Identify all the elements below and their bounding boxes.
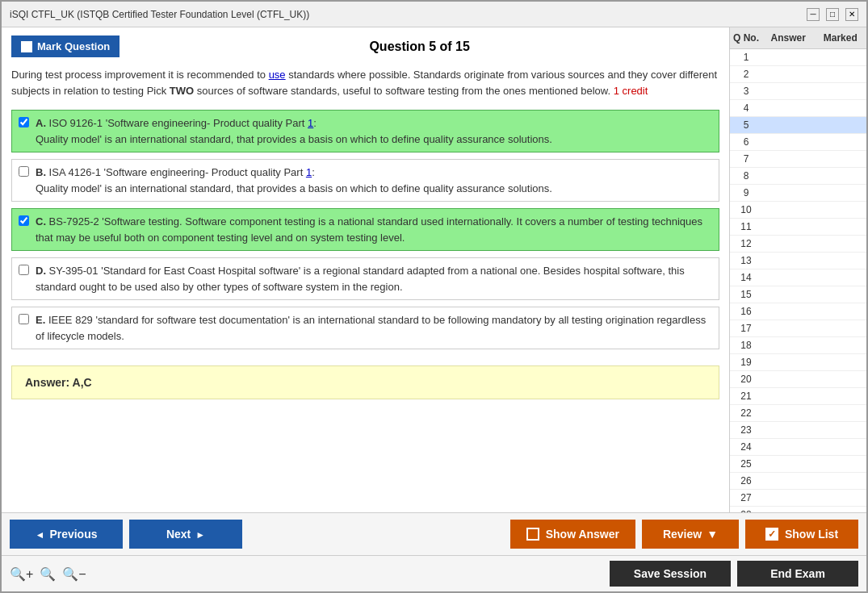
maximize-button[interactable]: □: [826, 8, 839, 21]
option-e-checkbox[interactable]: [19, 314, 29, 324]
question-list[interactable]: 1 2 3 4 5 6 7 8: [730, 49, 866, 512]
save-session-button[interactable]: Save Session: [610, 561, 731, 587]
minimize-button[interactable]: ─: [807, 8, 820, 21]
q-marked-cell: [815, 388, 867, 404]
option-c-checkbox[interactable]: [19, 215, 29, 226]
q-marked-cell: [815, 151, 867, 167]
q-answer-cell: [762, 49, 815, 65]
q-answer-cell: [762, 168, 815, 184]
q-answer-cell: [762, 371, 815, 387]
list-item[interactable]: 22: [730, 405, 866, 422]
end-exam-label: End Exam: [770, 567, 825, 580]
list-item[interactable]: 3: [730, 83, 866, 100]
question-title: Question 5 of 15: [120, 40, 719, 54]
list-item[interactable]: 8: [730, 168, 866, 185]
list-item[interactable]: 28: [730, 507, 866, 512]
q-num-cell: 14: [730, 269, 762, 286]
zoom-in-button[interactable]: 🔍+: [10, 566, 33, 582]
list-item[interactable]: 12: [730, 236, 866, 253]
left-panel: Mark Question Question 5 of 15 During te…: [2, 27, 729, 512]
previous-button[interactable]: Previous: [10, 520, 123, 549]
q-num-cell: 26: [730, 473, 762, 489]
mark-question-button[interactable]: Mark Question: [11, 35, 120, 57]
q-num-cell: 16: [730, 303, 762, 319]
q-marked-cell: [815, 320, 867, 336]
mark-question-label: Mark Question: [37, 40, 110, 52]
q-num-cell: 22: [730, 405, 762, 421]
list-item[interactable]: 14: [730, 269, 866, 286]
list-item[interactable]: 15: [730, 286, 866, 303]
q-marked-cell: [815, 83, 867, 99]
q-num-cell: 18: [730, 337, 762, 353]
q-num-cell: 1: [730, 49, 762, 65]
q-answer-cell: [762, 473, 815, 489]
option-d-checkbox[interactable]: [19, 265, 29, 275]
q-marked-cell: [815, 269, 867, 286]
list-item[interactable]: 19: [730, 354, 866, 371]
q-answer-cell: [762, 286, 815, 303]
list-item[interactable]: 27: [730, 490, 866, 507]
q-answer-cell: [762, 354, 815, 370]
q-marked-cell: [815, 439, 867, 455]
show-answer-button[interactable]: Show Answer: [510, 520, 635, 549]
q-answer-cell: [762, 134, 815, 150]
list-item[interactable]: 13: [730, 253, 866, 269]
list-item[interactable]: 23: [730, 422, 866, 439]
q-num-cell: 28: [730, 507, 762, 512]
q-answer-cell: [762, 388, 815, 404]
q-marked-cell: [815, 168, 867, 184]
q-marked-cell: [815, 490, 867, 506]
show-list-label: Show List: [785, 528, 838, 541]
list-item[interactable]: 21: [730, 388, 866, 405]
list-item[interactable]: 18: [730, 337, 866, 354]
option-d-text: D. SY-395-01 'Standard for East Coast Ho…: [36, 263, 712, 294]
list-item[interactable]: 16: [730, 303, 866, 320]
show-list-button[interactable]: ✓ Show List: [745, 520, 858, 549]
next-button[interactable]: Next: [129, 520, 242, 549]
q-num-cell: 5: [730, 117, 762, 133]
list-item[interactable]: 20: [730, 371, 866, 388]
end-exam-button[interactable]: End Exam: [737, 561, 858, 587]
option-b[interactable]: B. ISA 4126-1 'Software engineering- Pro…: [11, 159, 719, 202]
show-answer-label: Show Answer: [546, 528, 619, 541]
list-item[interactable]: 2: [730, 66, 866, 83]
q-marked-cell: [815, 371, 867, 387]
show-list-check-icon: ✓: [765, 528, 778, 541]
list-item[interactable]: 5: [730, 117, 866, 134]
list-item[interactable]: 7: [730, 151, 866, 168]
option-a-checkbox[interactable]: [19, 117, 29, 127]
q-answer-cell: [762, 185, 815, 201]
title-bar: iSQI CTFL_UK (ISTQB Certified Tester Fou…: [2, 2, 866, 27]
show-answer-icon: [526, 528, 539, 541]
q-marked-cell: [815, 202, 867, 218]
list-item[interactable]: 6: [730, 134, 866, 151]
q-num-cell: 13: [730, 253, 762, 269]
list-item[interactable]: 10: [730, 202, 866, 219]
option-b-checkbox[interactable]: [19, 166, 29, 177]
q-answer-cell: [762, 151, 815, 167]
q-answer-cell: [762, 337, 815, 353]
q-answer-cell: [762, 117, 815, 133]
list-item[interactable]: 17: [730, 320, 866, 337]
option-e[interactable]: E. IEEE 829 'standard for software test …: [11, 307, 719, 349]
review-button[interactable]: Review ▼: [642, 520, 739, 549]
option-d[interactable]: D. SY-395-01 'Standard for East Coast Ho…: [11, 257, 719, 300]
q-marked-cell: [815, 185, 867, 201]
list-item[interactable]: 11: [730, 219, 866, 236]
list-item[interactable]: 1: [730, 49, 866, 66]
list-item[interactable]: 9: [730, 185, 866, 202]
zoom-reset-button[interactable]: 🔍: [40, 566, 56, 582]
next-arrow-icon: [195, 528, 205, 541]
list-item[interactable]: 25: [730, 456, 866, 473]
top-bar: Mark Question Question 5 of 15: [11, 35, 719, 57]
option-c-text: C. BS-7925-2 'Software testing. Software…: [36, 214, 712, 245]
list-item[interactable]: 4: [730, 100, 866, 117]
zoom-out-button[interactable]: 🔍−: [62, 566, 86, 582]
q-marked-cell: [815, 473, 867, 489]
sidebar-qno-header: Q No.: [730, 31, 762, 45]
option-a[interactable]: A. ISO 9126-1 'Software engineering- Pro…: [11, 110, 719, 152]
list-item[interactable]: 26: [730, 473, 866, 490]
option-c[interactable]: C. BS-7925-2 'Software testing. Software…: [11, 208, 719, 251]
close-button[interactable]: ✕: [845, 8, 858, 21]
list-item[interactable]: 24: [730, 439, 866, 456]
